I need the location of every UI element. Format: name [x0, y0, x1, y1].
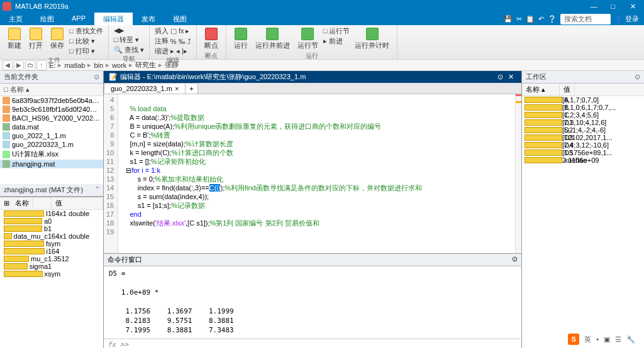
- crumb[interactable]: 张静: [164, 60, 180, 70]
- ime-toolbar[interactable]: S 英• ▣☰🔧: [565, 332, 638, 346]
- indent-button[interactable]: 缩进 ▸ ◂ |▸: [155, 46, 191, 56]
- goto-button[interactable]: □ 转至 ▾: [114, 35, 144, 45]
- qat-cut-icon[interactable]: ✂: [516, 15, 522, 23]
- print-button[interactable]: □ 打印 ▾: [69, 46, 103, 56]
- new-tab-button[interactable]: +: [185, 83, 197, 94]
- tab-apps[interactable]: APP: [63, 13, 94, 25]
- code-editor[interactable]: 45678910111213141516171819 % load data A…: [104, 94, 521, 253]
- run-advance-button[interactable]: 运行并前进: [253, 26, 292, 52]
- ws-var-row[interactable]: B[1,1,0;6,1,7;0,7,...: [522, 104, 644, 111]
- file-list: □ 名称 ▴ 6a83f9ac937f2deb5e0b4a2d10421...9…: [0, 84, 103, 184]
- matlab-logo-icon: [3, 2, 11, 11]
- run-section-button[interactable]: 运行节: [295, 26, 321, 52]
- nav-browse-button[interactable]: 🗀: [25, 60, 35, 70]
- ws-var-row[interactable]: D5[1.1756e+89,1...: [522, 149, 644, 156]
- editor-restore-icon[interactable]: ⊙: [495, 73, 506, 80]
- workspace-title: 工作区⊙: [522, 71, 644, 84]
- var-row[interactable]: I164x1 double: [0, 210, 103, 217]
- comment-button[interactable]: 注释 % ‰ ⤴: [155, 36, 191, 46]
- run-time-button[interactable]: 运行并计时: [352, 26, 392, 52]
- ribbon-tabs: 主页 绘图 APP 编辑器 发布 视图 💾 ✂ 📋 ↶ ❔ 搜索文档 👤 登录: [0, 13, 644, 25]
- advance-button[interactable]: ▸ 前进: [323, 36, 350, 46]
- file-item[interactable]: guo_20220323_1.m: [0, 140, 103, 149]
- minimize-button[interactable]: —: [585, 3, 602, 10]
- new-button[interactable]: 新建: [5, 26, 24, 56]
- qat-help-icon[interactable]: ❔: [548, 15, 557, 23]
- editor-close-icon[interactable]: ✕: [506, 73, 516, 80]
- run-button[interactable]: 运行: [231, 26, 250, 52]
- cmd-dropdown-icon[interactable]: ⊙: [512, 255, 518, 264]
- nav-up-button[interactable]: ↑: [36, 60, 47, 70]
- breakpoints-button[interactable]: 断点: [202, 26, 221, 52]
- var-row[interactable]: xsym: [0, 270, 103, 278]
- current-folder-title: 当前文件夹⊙: [0, 71, 103, 84]
- details-title: zhangjing.mat (MAT 文件)˅: [0, 184, 103, 197]
- tab-plots[interactable]: 绘图: [31, 13, 63, 25]
- var-row[interactable]: mu_c1.3512: [0, 255, 103, 263]
- qat-save-icon[interactable]: 💾: [504, 15, 513, 23]
- save-button[interactable]: 保存: [48, 26, 67, 56]
- command-prompt[interactable]: fx >>: [104, 339, 521, 348]
- ribbon: 新建 打开 保存 □ 查找文件 □ 比较 ▾ □ 打印 ▾ 文件 ◀▶ □ 转至…: [0, 25, 644, 60]
- ws-var-row[interactable]: D1[7,3,10;4,12,6]: [522, 119, 644, 126]
- file-item[interactable]: zhangjing.mat: [0, 160, 103, 168]
- open-button[interactable]: 打开: [26, 26, 45, 56]
- nav-arrows-button[interactable]: ◀▶: [114, 26, 144, 35]
- titlebar: MATLAB R2019a — □ ✕: [0, 0, 644, 13]
- file-item[interactable]: 6a83f9ac937f2deb5e0b4a2d10421...: [0, 96, 103, 105]
- find-files-button[interactable]: □ 查找文件: [69, 26, 103, 36]
- tab-view[interactable]: 视图: [164, 13, 196, 25]
- ws-var-row[interactable]: C[1,2;3,4;5,6]: [522, 111, 644, 119]
- var-row[interactable]: sigma1: [0, 263, 103, 270]
- ws-var-row[interactable]: xuehao2.1106e+09: [522, 156, 644, 164]
- tab-close-icon[interactable]: ×: [175, 85, 179, 92]
- search-docs-input[interactable]: 搜索文档: [560, 14, 611, 24]
- ws-var-row[interactable]: D2[5,-1;4,-2;4,-6]: [522, 126, 644, 134]
- ws-dropdown-icon[interactable]: ⊙: [635, 73, 640, 81]
- nav-fwd-button[interactable]: ▶: [14, 60, 24, 70]
- file-item[interactable]: guo_2022_1_1.m: [0, 131, 103, 140]
- ws-var-row[interactable]: D4[7,4;3,12;-10,6]: [522, 141, 644, 149]
- command-window[interactable]: D5 = 1.0e+89 * 1.1756 1.3697 1.1999 8.21…: [104, 266, 521, 339]
- tab-home[interactable]: 主页: [0, 13, 31, 25]
- find-button[interactable]: 🔍 查找 ▾: [114, 45, 144, 55]
- insert-button[interactable]: 插入 ▢ fx ▸: [155, 26, 191, 36]
- qat-copy-icon[interactable]: 📋: [526, 15, 535, 23]
- panel-dropdown-icon[interactable]: ⊙: [94, 73, 99, 81]
- sogou-icon[interactable]: S: [568, 334, 579, 345]
- var-row[interactable]: fsym: [0, 240, 103, 247]
- file-item[interactable]: 9eb3c9c618fbf1a6d0f240be34f47b...: [0, 105, 103, 114]
- tab-publish[interactable]: 发布: [133, 13, 164, 25]
- tab-editor[interactable]: 编辑器: [94, 13, 133, 25]
- ws-var-row[interactable]: A[6,1,7;0,7,0]: [522, 96, 644, 104]
- crumb[interactable]: work: [111, 62, 128, 69]
- ws-var-row[interactable]: D3[12102,2017,1...: [522, 134, 644, 141]
- file-item[interactable]: BACI_HS96_Y2000_V202201.csv: [0, 114, 103, 122]
- crumb[interactable]: matlab: [63, 62, 86, 69]
- compare-button[interactable]: □ 比较 ▾: [69, 36, 103, 46]
- var-row[interactable]: a0: [0, 217, 103, 225]
- var-row[interactable]: data_mu_c164x1 double: [0, 232, 103, 240]
- login-button[interactable]: 👤 登录: [614, 14, 639, 24]
- maximize-button[interactable]: □: [604, 3, 622, 10]
- editor-tab[interactable]: guo_20220323_1.m ×: [104, 83, 186, 94]
- pathbar: ◀ ▶ 🗀 ↑ E:▸ matlab▸ bin▸ work▸ 研究生▸ 张静: [0, 60, 644, 71]
- file-item[interactable]: U计算结果.xlsx: [0, 149, 103, 160]
- var-row[interactable]: b1: [0, 225, 103, 232]
- nav-back-button[interactable]: ◀: [3, 60, 13, 70]
- crumb[interactable]: bin: [92, 62, 104, 69]
- file-list-header[interactable]: □ 名称 ▴: [0, 84, 103, 96]
- crumb[interactable]: E:: [48, 62, 57, 69]
- details-collapse-icon[interactable]: ˅: [96, 186, 99, 194]
- qat-undo-icon[interactable]: ↶: [538, 15, 544, 23]
- editor-title: 📝 编辑器 - E:\matlab\bin\work\研究生\张静\guo_20…: [104, 71, 521, 83]
- file-item[interactable]: data.mat: [0, 122, 103, 131]
- crumb[interactable]: 研究生: [134, 60, 157, 70]
- run-section-small-button[interactable]: □ 运行节: [323, 26, 350, 36]
- command-window-title: 命令行窗口⊙: [104, 253, 521, 266]
- var-row[interactable]: i164: [0, 247, 103, 255]
- window-title: MATLAB R2019a: [15, 3, 585, 10]
- close-button[interactable]: ✕: [624, 3, 641, 11]
